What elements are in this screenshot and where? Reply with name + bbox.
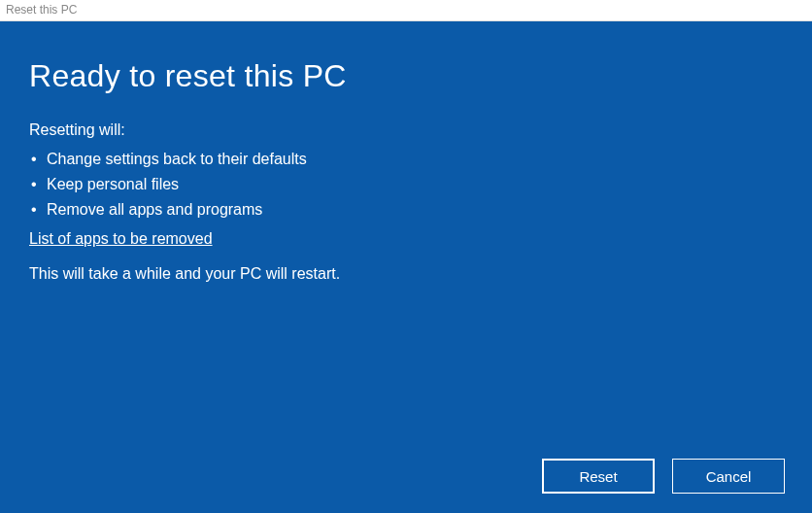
apps-to-remove-link[interactable]: List of apps to be removed <box>29 230 213 248</box>
list-item: Change settings back to their defaults <box>29 147 783 172</box>
button-row: Reset Cancel <box>542 459 785 494</box>
list-item: Remove all apps and programs <box>29 197 783 222</box>
note-text: This will take a while and your PC will … <box>29 265 783 283</box>
intro-text: Resetting will: <box>29 121 783 139</box>
list-item: Keep personal files <box>29 172 783 197</box>
titlebar: Reset this PC <box>0 0 812 21</box>
main-panel: Ready to reset this PC Resetting will: C… <box>0 21 812 513</box>
bullet-list: Change settings back to their defaults K… <box>29 147 783 222</box>
page-heading: Ready to reset this PC <box>29 58 783 94</box>
reset-button[interactable]: Reset <box>542 459 655 494</box>
window-title: Reset this PC <box>6 3 77 17</box>
cancel-button[interactable]: Cancel <box>672 459 785 494</box>
